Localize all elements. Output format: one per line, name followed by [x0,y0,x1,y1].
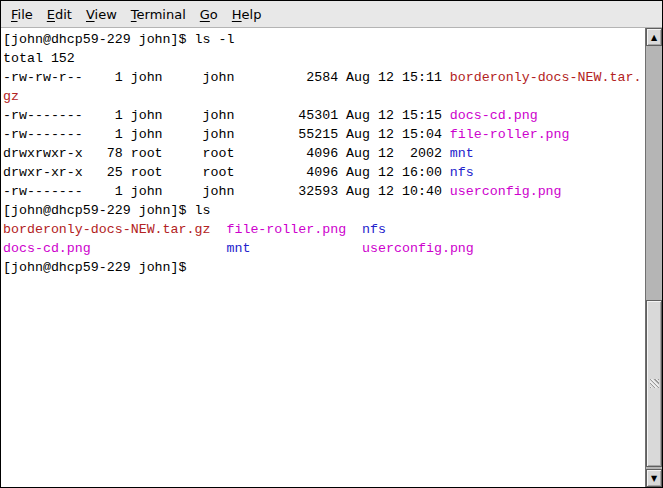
menu-item-label: elp [242,7,262,22]
terminal-text-segment: mnt [226,241,250,256]
terminal-line: [john@dhcp59-229 john]$ ls -l [3,30,645,49]
menu-item-label: H [232,7,242,22]
terminal-text-segment [250,241,362,256]
terminal-text-segment: userconfig.png [362,241,474,256]
terminal-text-segment: file-roller.png [450,127,570,142]
terminal-output[interactable]: [john@dhcp59-229 john]$ ls -ltotal 152-r… [1,28,645,487]
terminal-line: borderonly-docs-NEW.tar.gz file-roller.p… [3,220,645,239]
terminal-line: -rw------- 1 john john 45301 Aug 12 15:1… [3,106,645,125]
scroll-down-button[interactable]: ▼ [646,469,662,487]
terminal-text-segment: [john@dhcp59-229 john]$ ls [3,203,210,218]
menu-item-edit[interactable]: Edit [40,4,79,25]
scrollbar-grip-icon [650,379,659,388]
menu-item-label: dit [55,7,72,22]
menu-item-label: G [200,7,210,22]
terminal-text-segment: [john@dhcp59-229 john]$ [3,260,187,275]
terminal-text-segment: userconfig.png [450,184,562,199]
terminal-line: gz [3,87,645,106]
terminal-text-segment: docs-cd.png [450,108,538,123]
terminal-text-segment [346,222,362,237]
scrollbar-trough[interactable] [646,46,662,469]
terminal-text-segment: -rw------- 1 john john 55215 Aug 12 15:0… [3,127,450,142]
menu-item-go[interactable]: Go [193,4,225,25]
scroll-up-icon: ▲ [651,33,657,42]
terminal-line: [john@dhcp59-229 john]$ ls [3,201,645,220]
menu-item-terminal[interactable]: Terminal [124,4,193,25]
menu-item-label: o [210,7,218,22]
scrollbar-thumb[interactable] [646,300,662,467]
menu-item-label: iew [95,7,117,22]
terminal-line: -rw-rw-r-- 1 john john 2584 Aug 12 15:11… [3,68,645,87]
terminal-line: drwxr-xr-x 25 root root 4096 Aug 12 16:0… [3,163,645,182]
terminal-line: docs-cd.png mnt userconfig.png [3,239,645,258]
terminal-text-segment: nfs [362,222,386,237]
terminal-text-segment: nfs [450,165,474,180]
terminal-text-segment: [john@dhcp59-229 john]$ ls -l [3,32,234,47]
terminal-text-segment: file-roller.png [226,222,346,237]
terminal-text-segment [210,222,226,237]
menu-item-view[interactable]: View [79,4,124,25]
terminal-text-segment: docs-cd.png [3,241,91,256]
terminal-text-segment: total 152 [3,51,75,66]
menu-bar: FileEditViewTerminalGoHelp [1,1,662,28]
menu-item-label: erminal [137,7,186,22]
terminal-text-segment: drwxrwxr-x 78 root root 4096 Aug 12 2002 [3,146,450,161]
scrollbar[interactable]: ▲ ▼ [645,28,662,487]
menu-item-label: ile [18,7,33,22]
window-content: [john@dhcp59-229 john]$ ls -ltotal 152-r… [1,28,662,487]
scroll-down-icon: ▼ [651,474,657,483]
terminal-line: total 152 [3,49,645,68]
menu-item-label: V [86,7,95,22]
terminal-text-segment: -rw-rw-r-- 1 john john 2584 Aug 12 15:11 [3,70,450,85]
menu-item-help[interactable]: Help [225,4,269,25]
terminal-text-segment: gz [3,89,19,104]
terminal-text-segment: borderonly-docs-NEW.tar. [450,70,642,85]
menu-item-label: E [47,7,55,22]
terminal-window: FileEditViewTerminalGoHelp [john@dhcp59-… [0,0,663,488]
terminal-line: -rw------- 1 john john 32593 Aug 12 10:4… [3,182,645,201]
terminal-text-segment: mnt [450,146,474,161]
terminal-text-segment: -rw------- 1 john john 45301 Aug 12 15:1… [3,108,450,123]
terminal-line: [john@dhcp59-229 john]$ [3,258,645,277]
scroll-up-button[interactable]: ▲ [646,28,662,46]
terminal-text-segment [91,241,227,256]
terminal-line: -rw------- 1 john john 55215 Aug 12 15:0… [3,125,645,144]
terminal-line: drwxrwxr-x 78 root root 4096 Aug 12 2002… [3,144,645,163]
terminal-text-segment: drwxr-xr-x 25 root root 4096 Aug 12 16:0… [3,165,450,180]
terminal-text-segment: borderonly-docs-NEW.tar.gz [3,222,210,237]
terminal-text-segment: -rw------- 1 john john 32593 Aug 12 10:4… [3,184,450,199]
menu-item-file[interactable]: File [4,4,40,25]
